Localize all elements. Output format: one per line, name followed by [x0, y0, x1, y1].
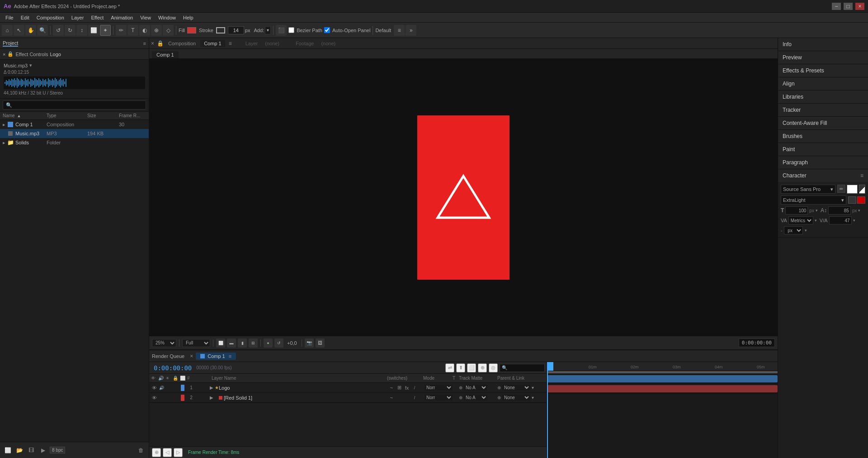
table-row[interactable]: 👁 🔊 1 ▶ ★ Logo ~: [149, 383, 547, 393]
quality-dropdown[interactable]: Full Half Third Quarter: [182, 339, 210, 347]
toolbar-expand-btn[interactable]: »: [406, 25, 416, 36]
stroke-swatch[interactable]: [216, 27, 225, 33]
timeline-ruler[interactable]: 01m 02m 03m 04m 05m 06m 07m 08m: [547, 362, 778, 371]
menu-effect[interactable]: Effect: [87, 14, 107, 21]
expand-icon[interactable]: ▶: [210, 385, 213, 390]
stroke-width-input[interactable]: [228, 26, 244, 34]
pen-tool[interactable]: ✏: [116, 25, 127, 36]
minimize-btn[interactable]: −: [832, 3, 841, 10]
mode-select[interactable]: Norr: [425, 385, 453, 391]
timecode-display[interactable]: 0:00:00:00: [739, 339, 775, 347]
reset-tool[interactable]: ⬛: [276, 25, 287, 36]
align-tool[interactable]: ⬜: [88, 25, 99, 36]
tl-tool2[interactable]: ⬆: [456, 363, 465, 372]
brush-tool[interactable]: ◐: [139, 25, 150, 36]
tl-tool3[interactable]: ⬜: [467, 363, 476, 372]
parent-link[interactable]: ⊕ None ▾: [497, 385, 545, 391]
tl-search[interactable]: [500, 364, 545, 372]
effect-controls-lock[interactable]: 🔒: [7, 51, 14, 57]
parent-select[interactable]: None: [502, 395, 530, 401]
tl-bottom-btn2[interactable]: ◁: [163, 448, 172, 457]
tl-tool4[interactable]: ⊕: [478, 363, 487, 372]
pixel-aspect-btn[interactable]: ⊞: [249, 339, 258, 348]
select-tool[interactable]: ↖: [14, 25, 24, 36]
tl-tool1[interactable]: ⇌: [445, 363, 454, 372]
track-matte[interactable]: ⊕ No A: [459, 395, 497, 401]
menu-layer[interactable]: Layer: [68, 14, 88, 21]
align-section-header[interactable]: Align: [778, 77, 868, 90]
preview-icon[interactable]: ▶: [38, 445, 48, 455]
layer-track-bar[interactable]: [547, 385, 778, 392]
move-tool[interactable]: ↕: [76, 25, 87, 36]
search-input[interactable]: [3, 100, 146, 110]
parent-dropdown[interactable]: ▾: [532, 385, 534, 390]
tl-tool5[interactable]: ◎: [489, 363, 498, 372]
paragraph-section-header[interactable]: Paragraph: [778, 156, 868, 169]
snapshot-btn[interactable]: 📷: [305, 339, 314, 348]
menu-edit[interactable]: Edit: [17, 14, 33, 21]
comp1-tab[interactable]: Comp 1: [200, 40, 225, 47]
expand-icon[interactable]: ▶: [210, 395, 213, 400]
tracking-input[interactable]: [829, 216, 852, 224]
shy-switch[interactable]: ~: [388, 385, 395, 391]
hand-tool[interactable]: ✋: [25, 25, 36, 36]
new-folder-icon[interactable]: 📂: [14, 445, 24, 455]
white-swatch[interactable]: [847, 185, 858, 194]
visibility-toggle[interactable]: 👁: [151, 395, 157, 401]
effect-controls-close[interactable]: ×: [3, 52, 5, 57]
unit-select[interactable]: px em: [784, 226, 803, 234]
menu-view[interactable]: View: [137, 14, 155, 21]
font-name-dropdown[interactable]: Source Sans Pro ▾: [781, 185, 835, 194]
tracker-section-header[interactable]: Tracker: [778, 104, 868, 116]
leading-dropdown[interactable]: ▾: [858, 208, 860, 213]
new-item-icon[interactable]: ⬜: [3, 445, 13, 455]
reset-view-btn[interactable]: ↺: [274, 339, 283, 348]
comp1-timeline-tab[interactable]: Comp 1 ≡: [196, 353, 236, 360]
tl-timecode[interactable]: 0:00:00:00: [151, 364, 194, 372]
auto-open-checkbox[interactable]: [324, 27, 330, 33]
libraries-section-header[interactable]: Libraries: [778, 91, 868, 103]
list-item[interactable]: ▸ Comp 1 Composition 30: [0, 120, 149, 129]
effects-presets-section-header[interactable]: Effects & Presets: [778, 64, 868, 77]
project-tab[interactable]: Project: [3, 40, 18, 47]
eraser-tool[interactable]: ◇: [163, 25, 174, 36]
collapse-switch[interactable]: ⊞: [396, 385, 402, 391]
menu-help[interactable]: Help: [179, 14, 197, 21]
fx-switch[interactable]: fx: [404, 385, 410, 391]
fit-height-btn[interactable]: ▮: [238, 339, 247, 348]
kerning-dropdown[interactable]: ▾: [815, 218, 817, 223]
parent-select[interactable]: None: [502, 385, 530, 391]
audio-toggle[interactable]: 🔊: [158, 386, 165, 390]
col-name-header[interactable]: Name ▲: [3, 113, 38, 118]
bezier-path-checkbox[interactable]: [288, 27, 294, 33]
comp-close-btn[interactable]: ×: [151, 40, 154, 47]
audio-dropdown[interactable]: ▾: [29, 62, 32, 68]
menu-file[interactable]: File: [2, 14, 17, 21]
add-dropdown[interactable]: ▾: [265, 26, 271, 34]
motion-blur-switch[interactable]: /: [411, 396, 418, 400]
fit-width-btn[interactable]: ▬: [227, 339, 236, 348]
parent-link[interactable]: ⊕ None ▾: [497, 395, 545, 401]
list-item[interactable]: Music.mp3 MP3 194 KB: [0, 129, 149, 138]
zoom-dropdown[interactable]: 25% 50% 100%: [152, 339, 176, 347]
mode-select[interactable]: Norr: [425, 395, 453, 401]
expand-icon[interactable]: ▸: [3, 122, 7, 128]
list-item[interactable]: ▸ 📁 Solids Folder: [0, 138, 149, 147]
track-matte-select[interactable]: No A: [464, 395, 487, 401]
tab-menu-icon[interactable]: ≡: [229, 40, 232, 47]
table-row[interactable]: 👁 2 ▶ ★ [Red Solid 1]: [149, 393, 547, 403]
layer-track-bar[interactable]: [547, 375, 778, 382]
info-section-header[interactable]: Info: [778, 38, 868, 51]
pencil-icon[interactable]: ✏: [837, 185, 845, 193]
content-aware-section-header[interactable]: Content-Aware Fill: [778, 117, 868, 129]
visibility-toggle[interactable]: 👁: [151, 385, 157, 391]
font-size-dropdown[interactable]: ▾: [816, 208, 818, 213]
black-swatch[interactable]: [848, 196, 856, 204]
interpret-icon[interactable]: 🎞: [26, 445, 36, 455]
font-style-dropdown[interactable]: ExtraLight ▾: [781, 196, 846, 205]
show-snapshot-btn[interactable]: 🖼: [316, 339, 325, 348]
clone-tool[interactable]: ⊕: [151, 25, 162, 36]
rgb-btn[interactable]: ●: [264, 339, 273, 348]
undo-tool[interactable]: ↺: [53, 25, 64, 36]
character-section-header[interactable]: Character ≡: [778, 169, 868, 182]
